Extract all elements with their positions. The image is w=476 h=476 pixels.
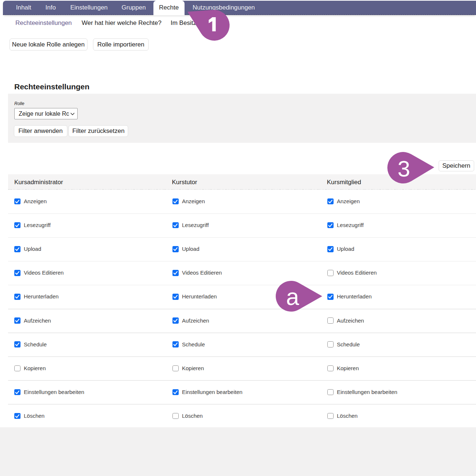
svg-text:a: a [286, 284, 299, 310]
